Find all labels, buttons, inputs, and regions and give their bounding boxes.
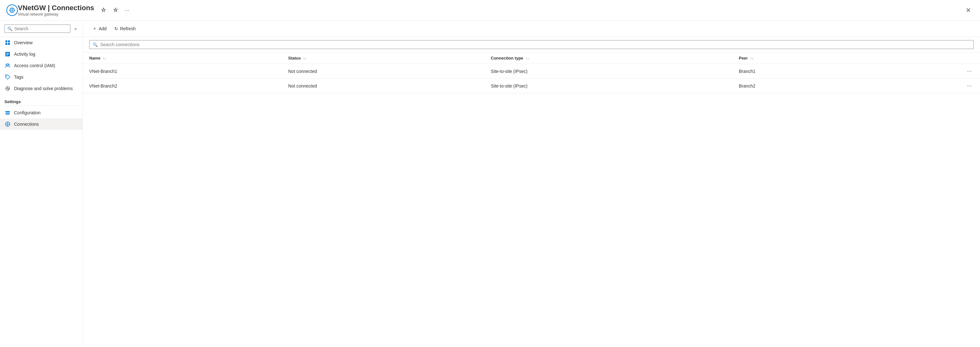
- cell-peer: Branch2: [733, 79, 876, 93]
- sort-icon-connection-type: ↑↓: [525, 57, 529, 60]
- cell-more: ···: [876, 64, 980, 79]
- sidebar-item-connections-label: Connections: [14, 122, 39, 127]
- sidebar: 🔍 «: [0, 21, 83, 347]
- header: VNetGW | Connections Virtual network gat…: [0, 0, 980, 21]
- main-content: ＋ Add ↻ Refresh 🔍: [83, 21, 980, 347]
- table-row: VNet-Branch1Not connectedSite-to-site (I…: [83, 64, 980, 79]
- settings-section-header: Settings: [0, 94, 83, 105]
- table-body: VNet-Branch1Not connectedSite-to-site (I…: [83, 64, 980, 93]
- close-button[interactable]: ✕: [963, 5, 974, 15]
- collapse-sidebar-button[interactable]: «: [73, 25, 78, 32]
- cell-connection-type: Site-to-site (IPsec): [484, 79, 733, 93]
- sidebar-item-access-control[interactable]: Access control (IAM): [0, 60, 83, 71]
- sort-icon-status: ↑↓: [303, 57, 306, 60]
- sidebar-item-tags[interactable]: Tags: [0, 71, 83, 83]
- diagnose-icon: [5, 85, 11, 92]
- cell-name: VNet-Branch2: [83, 79, 282, 93]
- tags-icon: [5, 74, 11, 80]
- close-icon: ✕: [966, 7, 971, 14]
- search-connections-icon: 🔍: [93, 42, 98, 47]
- sidebar-item-diagnose[interactable]: Diagnose and solve problems: [0, 83, 83, 94]
- add-label: Add: [99, 26, 107, 31]
- cell-status: Not connected: [282, 64, 484, 79]
- cell-name: VNet-Branch1: [83, 64, 282, 79]
- search-connections-input[interactable]: [100, 42, 970, 47]
- svg-rect-4: [8, 40, 10, 42]
- access-control-icon: [5, 62, 11, 69]
- sidebar-item-activity-log[interactable]: Activity log: [0, 48, 83, 60]
- sidebar-item-diagnose-label: Diagnose and solve problems: [14, 86, 73, 91]
- svg-rect-17: [5, 113, 10, 114]
- vnet-gateway-icon: [6, 5, 18, 16]
- table-header-row: Name ↑↓ Status ↑↓ Connection type ↑↓: [83, 52, 980, 64]
- app-container: VNetGW | Connections Virtual network gat…: [0, 0, 980, 347]
- cell-status: Not connected: [282, 79, 484, 93]
- sidebar-item-overview-label: Overview: [14, 40, 32, 45]
- row-more-button[interactable]: ···: [965, 82, 974, 90]
- sidebar-search-area: 🔍 «: [0, 21, 83, 37]
- pin-filled-button[interactable]: [99, 6, 108, 14]
- pin-outline-button[interactable]: [111, 6, 120, 14]
- row-more-button[interactable]: ···: [965, 67, 974, 75]
- table-row: VNet-Branch2Not connectedSite-to-site (I…: [83, 79, 980, 93]
- svg-rect-16: [5, 111, 10, 112]
- sidebar-item-overview[interactable]: Overview: [0, 37, 83, 48]
- refresh-label: Refresh: [120, 26, 136, 31]
- col-header-peer[interactable]: Peer ↑↓: [733, 52, 876, 64]
- sidebar-item-configuration-label: Configuration: [14, 110, 40, 115]
- header-title-area: VNetGW | Connections Virtual network gat…: [18, 4, 94, 17]
- table-area: 🔍 Name ↑↓ Status ↑↓: [83, 37, 980, 347]
- chevron-left-icon: «: [74, 26, 77, 31]
- col-header-connection-type[interactable]: Connection type ↑↓: [484, 52, 733, 64]
- refresh-icon: ↻: [115, 26, 118, 31]
- sidebar-search-input-wrap[interactable]: 🔍: [5, 24, 70, 33]
- sort-icon-peer: ↑↓: [750, 57, 754, 60]
- svg-point-14: [6, 76, 7, 77]
- search-icon: 🔍: [7, 27, 13, 31]
- sidebar-scroll-content: Overview Activity log: [0, 37, 83, 347]
- col-header-actions: [876, 52, 980, 64]
- svg-rect-18: [5, 114, 10, 115]
- refresh-button[interactable]: ↻ Refresh: [111, 24, 139, 33]
- body-layout: 🔍 «: [0, 21, 980, 347]
- toolbar: ＋ Add ↻ Refresh: [83, 21, 980, 37]
- sidebar-item-configuration[interactable]: Configuration: [0, 107, 83, 119]
- settings-section-divider: [5, 105, 78, 106]
- page-subtitle: Virtual network gateway: [18, 12, 94, 17]
- connections-icon: [5, 121, 11, 127]
- activity-log-icon: [5, 51, 11, 57]
- ellipsis-icon: ···: [125, 7, 130, 14]
- cell-more: ···: [876, 79, 980, 93]
- configuration-icon: [5, 109, 11, 116]
- sidebar-item-tags-label: Tags: [14, 74, 24, 79]
- col-header-name[interactable]: Name ↑↓: [83, 52, 282, 64]
- add-icon: ＋: [92, 26, 97, 32]
- svg-rect-6: [8, 43, 10, 45]
- connections-table: Name ↑↓ Status ↑↓ Connection type ↑↓: [83, 52, 980, 93]
- sort-icon-name: ↑↓: [103, 57, 106, 60]
- header-actions: ···: [99, 6, 131, 15]
- cell-connection-type: Site-to-site (IPsec): [484, 64, 733, 79]
- search-input[interactable]: [14, 26, 67, 31]
- cell-peer: Branch1: [733, 64, 876, 79]
- search-connections-inner[interactable]: 🔍: [89, 40, 974, 49]
- sidebar-item-access-control-label: Access control (IAM): [14, 63, 55, 68]
- more-options-button[interactable]: ···: [124, 6, 131, 15]
- sidebar-item-connections[interactable]: Connections: [0, 119, 83, 130]
- overview-icon: [5, 40, 11, 46]
- svg-rect-3: [5, 40, 7, 42]
- sidebar-item-activity-log-label: Activity log: [14, 52, 35, 57]
- svg-rect-5: [5, 43, 7, 45]
- add-button[interactable]: ＋ Add: [89, 24, 110, 33]
- search-connections-wrap: 🔍: [83, 37, 980, 52]
- col-header-status[interactable]: Status ↑↓: [282, 52, 484, 64]
- page-title: VNetGW | Connections: [18, 4, 94, 12]
